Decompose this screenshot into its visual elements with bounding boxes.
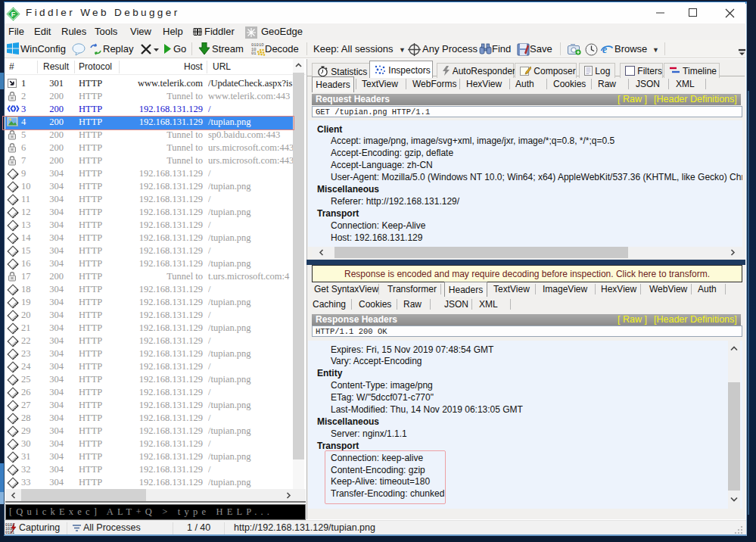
svg-text:F: F [11,11,16,18]
svg-text:e: e [602,44,607,55]
svg-text:01: 01 [251,51,257,56]
svg-text:0101: 0101 [5,531,14,534]
